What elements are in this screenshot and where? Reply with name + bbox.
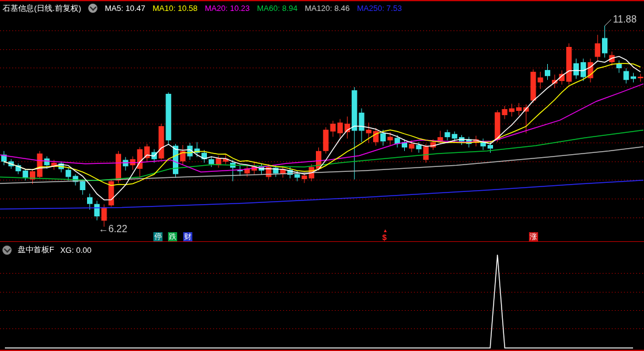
ma20-label: MA20: 10.23	[205, 4, 250, 13]
chevron-glyph	[4, 246, 10, 252]
ma250-label: MA250: 7.53	[357, 4, 402, 13]
ma60-label: MA60: 8.94	[257, 4, 298, 13]
event-flag-limit-down: 跌	[168, 232, 177, 241]
indicator-title: 盘中首板F	[18, 244, 54, 255]
ma5-label: MA5: 10.47	[105, 4, 145, 13]
xg-value-label: XG: 0.00	[60, 246, 91, 255]
panel-divider	[0, 241, 644, 242]
event-flag-limit-up: 涨	[529, 232, 538, 241]
dollar-icon: $	[382, 233, 387, 241]
sub-chart-header: 盘中首板F XG: 0.00	[2, 244, 91, 255]
window-top-border	[0, 0, 644, 1]
event-flag-halt: 停	[153, 232, 163, 241]
main-chart-header: 石基信息(日线.前复权) MA5: 10.47 MA10: 10.58 MA20…	[2, 2, 402, 15]
chevron-down-icon[interactable]	[2, 246, 12, 255]
high-price-label: 11.88	[613, 15, 637, 24]
stock-chart-window: 石基信息(日线.前复权) MA5: 10.47 MA10: 10.58 MA20…	[0, 0, 644, 351]
candlestick-chart-canvas[interactable]	[0, 0, 644, 351]
ma10-label: MA10: 10.58	[153, 4, 198, 13]
stock-title: 石基信息(日线.前复权)	[2, 3, 81, 14]
chevron-down-icon[interactable]	[88, 4, 97, 13]
event-flag-report: 财	[183, 232, 192, 241]
low-price-label: ←6.22	[99, 224, 127, 234]
ma120-label: MA120: 8.46	[305, 4, 350, 13]
chevron-glyph	[89, 4, 96, 10]
